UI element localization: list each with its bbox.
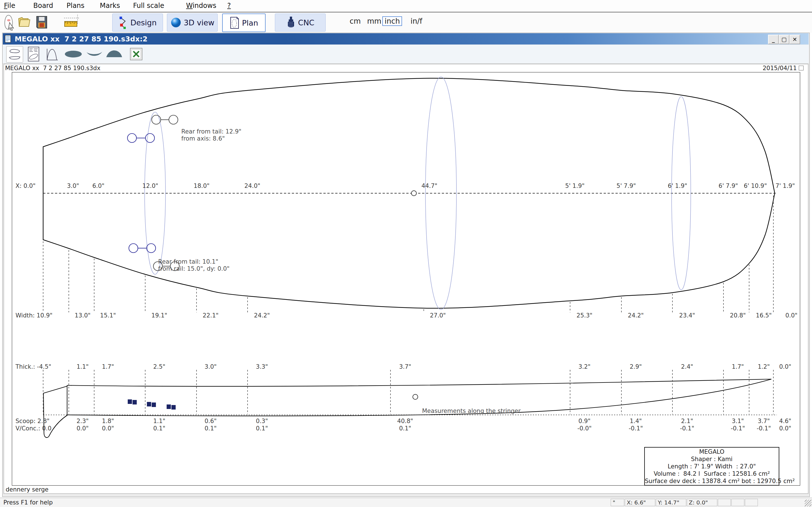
curve-view-button[interactable]	[44, 46, 60, 62]
status-field	[745, 499, 758, 506]
x_row-label: 6' 10.9"	[744, 182, 767, 189]
x_row-label: 24.0"	[245, 182, 260, 189]
maximize-button[interactable]: ▢	[779, 35, 790, 44]
x_row-label: 6' 7.9"	[719, 182, 738, 189]
outline-profile-view-button[interactable]	[6, 46, 23, 62]
center-marker[interactable]	[411, 191, 416, 196]
thick_row-label: 3.7"	[399, 363, 411, 370]
status-field: "	[611, 499, 624, 506]
fin-annotation-bottom: Rear from tail: 10.1"from rail: 15.0", d…	[158, 244, 230, 286]
status-help-text: Press F1 for help	[3, 499, 53, 506]
thick_row-label: 3.3"	[256, 363, 268, 370]
vconc_row-label: -0.1"	[629, 425, 643, 432]
thick_row-label: 0.0"	[779, 363, 791, 370]
thick_row-label: 3.0"	[204, 363, 216, 370]
save-icon[interactable]	[35, 14, 49, 31]
thick_row-label: 2.9"	[629, 363, 642, 370]
menu-?[interactable]: ?	[227, 2, 231, 10]
menu-plans[interactable]: Plans	[66, 2, 85, 10]
thick_row-label: 1.2"	[758, 363, 770, 370]
window-title: MEGALO xx 7 2 27 85 190.s3dx:2	[15, 35, 147, 43]
3d-view-button[interactable]: 3D view	[167, 13, 218, 32]
export-excel-button[interactable]	[128, 46, 144, 62]
design-node-icon	[118, 16, 128, 29]
width_row-label: 19.1"	[151, 312, 167, 319]
application-window: FileBoardPlansMarksFull scaleWindows?	[0, 0, 812, 507]
scoop_row-label: 1.8"	[102, 418, 114, 425]
scoop_row-label: 1.4"	[629, 418, 642, 425]
menu-marks[interactable]: Marks	[100, 2, 120, 10]
width_row-label: 25.3"	[576, 312, 592, 319]
scoop_row-label: 1.1"	[153, 418, 165, 425]
vconc_row-label: -0.1"	[757, 425, 771, 432]
date-checkbox[interactable]	[799, 66, 804, 70]
vconc_row-label: -0.1"	[680, 425, 695, 432]
design-button[interactable]: Design	[112, 13, 163, 32]
new-board-icon[interactable]	[3, 14, 17, 31]
vconc_row-label: -0.1"	[731, 425, 745, 432]
minimize-button[interactable]: _	[768, 35, 779, 44]
width_row-label: 13.0"	[75, 312, 91, 319]
document-date: 2015/04/11	[763, 65, 797, 71]
info-box-line: Volume : 84.2 l Surface : 12581.6 cm²	[645, 470, 779, 477]
resize-grip[interactable]	[805, 500, 811, 506]
status-field	[731, 499, 744, 506]
unit-in-f[interactable]: in/f	[408, 16, 424, 26]
unit-inch[interactable]: inch	[382, 16, 402, 26]
scoop_row-label: Scoop: 2.8"	[15, 418, 50, 425]
width_row-label: 22.1"	[203, 312, 218, 319]
width_row-label: 24.2"	[254, 312, 270, 319]
width_row-label: Width: 10.9"	[15, 312, 52, 319]
status-field	[718, 499, 731, 506]
thick_row-label: 3.2"	[578, 363, 591, 370]
menu-file[interactable]: File	[4, 2, 15, 10]
spec-sheet-icon	[28, 47, 40, 62]
main-toolbar: Design 3D view Plan	[0, 12, 812, 33]
unit-mm[interactable]: mm	[365, 16, 384, 26]
deck-curve-button[interactable]	[105, 46, 123, 62]
slice-view-button[interactable]	[63, 46, 84, 62]
scoop_row-label: 0.3"	[256, 418, 268, 425]
vconc_row-label: -0.0"	[577, 425, 592, 432]
fin-plug-boxes	[128, 399, 175, 409]
thick_row-label: 2.4"	[681, 363, 693, 370]
child-title-bar[interactable]: MEGALO xx 7 2 27 85 190.s3dx:2 _ ▢ ✕	[3, 33, 809, 45]
curve-icon	[45, 47, 59, 61]
view-toolbar	[3, 45, 809, 64]
plan-button[interactable]: Plan	[222, 13, 266, 32]
menu-board[interactable]: Board	[33, 2, 53, 10]
cnc-button[interactable]: CNC	[275, 13, 326, 32]
menu-windows[interactable]: Windows	[186, 2, 216, 10]
x_row-label: 44.7"	[421, 182, 437, 189]
info-box-line: MEGALO	[645, 448, 779, 455]
x_row-label: 5' 1.9"	[565, 182, 585, 189]
scoop_row-label: 2.1"	[681, 418, 693, 425]
thick_row-label: Thick.: -4.5"	[15, 363, 51, 370]
bottom-curve-icon	[86, 50, 103, 58]
document-icon	[4, 35, 12, 43]
x_row-label: 12.0"	[142, 182, 158, 189]
menu-bar: FileBoardPlansMarksFull scaleWindows?	[0, 0, 812, 12]
bottom-curve-button[interactable]	[85, 46, 104, 62]
vconc_row-label: 0.1"	[256, 425, 268, 432]
thick_row-label: 1.1"	[77, 363, 89, 370]
width_row-label: 16.5"	[756, 312, 772, 319]
scoop_row-label: 0.6"	[204, 418, 216, 425]
outline-profile-icon	[8, 47, 22, 61]
status-field: Y: 14.7"	[656, 499, 686, 506]
sphere-icon	[170, 17, 182, 28]
menu-full-scale[interactable]: Full scale	[133, 2, 164, 10]
close-button[interactable]: ✕	[790, 35, 800, 44]
width_row-label: 23.4"	[679, 312, 695, 319]
stringer-legend-marker	[413, 394, 418, 399]
unit-cm[interactable]: cm	[347, 16, 363, 26]
scoop_row-label: 3.7"	[758, 418, 770, 425]
3d-view-button-label: 3D view	[184, 18, 214, 27]
cnc-button-label: CNC	[298, 18, 314, 27]
scoop_row-label: 4.6"	[779, 418, 791, 425]
ruler-icon[interactable]	[63, 14, 78, 31]
vconc_row-label: V/Conc.: 0.0	[15, 425, 52, 432]
spec-sheet-button[interactable]	[26, 46, 42, 62]
open-icon[interactable]	[17, 14, 32, 31]
vconc_row-label: 0.1"	[399, 425, 411, 432]
